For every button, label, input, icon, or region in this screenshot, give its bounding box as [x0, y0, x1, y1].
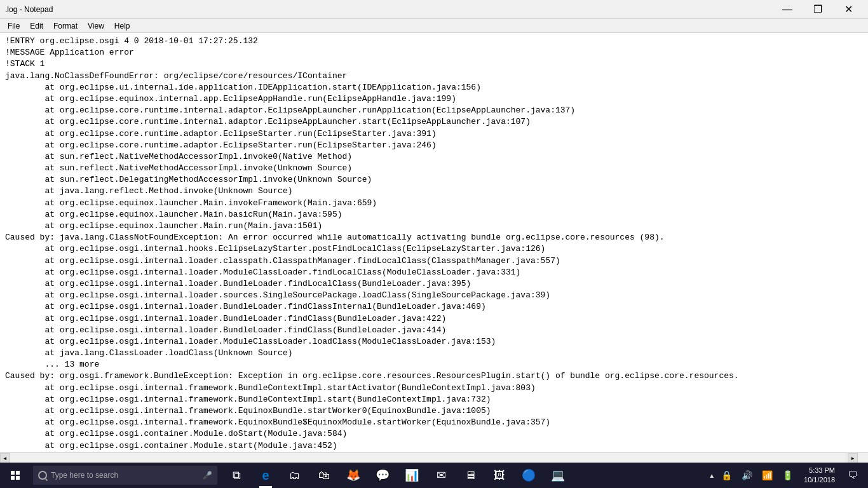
- volume-icon[interactable]: 🔊: [738, 463, 756, 488]
- window-controls: — ❐ ✕: [773, 0, 863, 19]
- menu-file[interactable]: File: [3, 20, 25, 32]
- scroll-track-horizontal[interactable]: [10, 453, 848, 463]
- system-tray: ▲ 🔒 🔊 📶 🔋 5:33 PM 10/1/2018 🗨: [709, 463, 868, 488]
- task-view-icon: ⧉: [229, 468, 244, 483]
- search-placeholder: Type here to search: [51, 471, 118, 480]
- menu-view[interactable]: View: [83, 20, 109, 32]
- network-icon[interactable]: 🔒: [717, 463, 735, 488]
- close-button[interactable]: ✕: [834, 0, 863, 19]
- app11[interactable]: 🔵: [515, 463, 543, 488]
- menubar: File Edit Format View Help: [0, 19, 868, 33]
- edge-app[interactable]: e: [252, 463, 280, 488]
- edge-icon: e: [258, 468, 273, 483]
- minimize-button[interactable]: —: [773, 0, 802, 19]
- date-display: 10/1/2018: [804, 475, 835, 485]
- search-icon: [38, 471, 47, 480]
- app12[interactable]: 💻: [544, 463, 572, 488]
- store-icon: 🛍: [316, 468, 332, 483]
- data-app[interactable]: 📊: [398, 463, 426, 488]
- windows-icon: [11, 471, 20, 480]
- notification-center[interactable]: 🗨: [843, 463, 863, 488]
- chat-icon: 💬: [375, 468, 390, 483]
- explorer-app[interactable]: 🗂: [281, 463, 309, 488]
- data-icon: 📊: [404, 468, 419, 483]
- firefox-app[interactable]: 🦊: [339, 463, 367, 488]
- mail-icon: ✉: [433, 468, 449, 483]
- clock[interactable]: 5:33 PM 10/1/2018: [799, 466, 840, 485]
- content-area: !ENTRY org.eclipse.osgi 4 0 2018-10-01 1…: [0, 33, 868, 452]
- time-display: 5:33 PM: [804, 466, 835, 475]
- taskbar-apps: ⧉ e 🗂 🛍 🦊 💬 📊 ✉ 🖥 🖼 🔵: [222, 463, 572, 488]
- battery-icon[interactable]: 🔋: [778, 463, 796, 488]
- horizontal-scrollbar: ◄ ►: [0, 452, 868, 463]
- app12-icon: 💻: [550, 468, 566, 483]
- start-button[interactable]: [0, 463, 31, 488]
- chat-app[interactable]: 💬: [369, 463, 397, 488]
- taskbar-search[interactable]: Type here to search 🎤: [33, 466, 217, 485]
- app11-icon: 🔵: [521, 468, 536, 483]
- wifi-icon[interactable]: 📶: [758, 463, 776, 488]
- scroll-right-button[interactable]: ►: [848, 453, 858, 463]
- explorer-icon: 🗂: [287, 468, 302, 483]
- menu-edit[interactable]: Edit: [25, 20, 48, 32]
- titlebar: .log - Notepad — ❐ ✕: [0, 0, 868, 19]
- mail-app[interactable]: ✉: [427, 463, 455, 488]
- store-app[interactable]: 🛍: [310, 463, 338, 488]
- menu-help[interactable]: Help: [109, 20, 135, 32]
- scroll-corner: [858, 453, 868, 463]
- photo-app[interactable]: 🖼: [485, 463, 513, 488]
- monitor-app[interactable]: 🖥: [456, 463, 484, 488]
- text-content[interactable]: !ENTRY org.eclipse.osgi 4 0 2018-10-01 1…: [0, 33, 868, 452]
- menu-format[interactable]: Format: [48, 20, 83, 32]
- microphone-icon[interactable]: 🎤: [203, 471, 212, 480]
- task-view-button[interactable]: ⧉: [222, 463, 250, 488]
- title-text: .log - Notepad: [5, 5, 53, 14]
- photo-icon: 🖼: [492, 468, 507, 483]
- scroll-left-button[interactable]: ◄: [0, 453, 10, 463]
- show-hidden-icons[interactable]: ▲: [709, 472, 715, 479]
- monitor-icon: 🖥: [463, 468, 478, 483]
- taskbar: Type here to search 🎤 ⧉ e 🗂 🛍 🦊 💬 📊 ✉ 🖥: [0, 463, 868, 488]
- firefox-icon: 🦊: [346, 468, 361, 483]
- maximize-button[interactable]: ❐: [803, 0, 832, 19]
